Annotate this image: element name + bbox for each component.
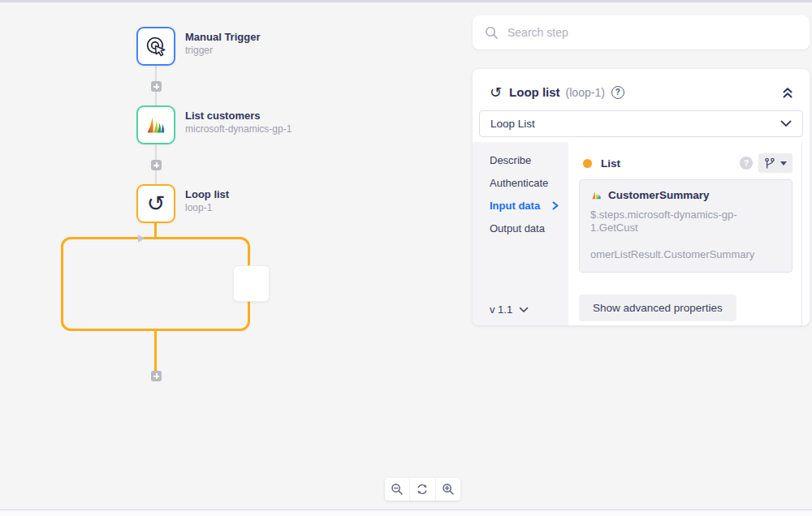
- zoom-out-button[interactable]: [385, 478, 409, 501]
- tab-label: Authenticate: [490, 176, 548, 190]
- chevron-right-icon: [552, 201, 559, 210]
- manual-trigger-icon: [145, 35, 167, 58]
- chevron-down-icon: [780, 120, 792, 127]
- add-step-button[interactable]: [151, 81, 162, 92]
- jsonpath-value-title: CustomerSummary: [608, 189, 710, 201]
- node-title: Loop list: [185, 187, 229, 201]
- window-bottom-border: [0, 510, 812, 516]
- zoom-out-icon: [391, 483, 404, 496]
- field-label: List: [601, 157, 620, 170]
- loop-direction-arrow-icon: [138, 234, 145, 243]
- jsonpath-value-chip[interactable]: CustomerSummary $.steps.microsoft-dynami…: [579, 179, 793, 273]
- tab-describe[interactable]: Describe: [490, 153, 559, 167]
- tab-label: Input data: [490, 199, 540, 213]
- search-input[interactable]: [508, 26, 797, 39]
- tab-label: Describe: [490, 153, 531, 167]
- collapse-panel-button[interactable]: [780, 86, 795, 99]
- node-box[interactable]: [136, 27, 175, 66]
- tab-label: Output data: [490, 221, 545, 235]
- loop-icon: ↺: [490, 85, 502, 100]
- operation-selected-value: Loop List: [490, 118, 535, 130]
- panel-step-id: (loop-1): [566, 86, 605, 99]
- zoom-reset-icon: [416, 483, 429, 496]
- search-icon: [485, 26, 499, 40]
- chevron-down-icon: [519, 307, 529, 313]
- canvas-zoom-toolbar: [385, 478, 460, 501]
- help-icon[interactable]: ?: [611, 86, 624, 99]
- step-properties-panel: ↺ Loop list (loop-1) ? Loop List Describ…: [473, 69, 810, 325]
- version-label: v 1.1: [490, 303, 512, 316]
- jsonpath-line: omerListResult.CustomerSummary: [590, 248, 781, 261]
- node-subtitle: loop-1: [185, 201, 229, 214]
- panel-menu: Describe Authenticate Input data Output …: [473, 142, 568, 325]
- add-step-button[interactable]: [151, 160, 162, 170]
- field-help-icon[interactable]: ?: [740, 157, 753, 170]
- zoom-in-icon: [442, 483, 455, 496]
- field-row-list: List ?: [583, 153, 793, 173]
- node-list-customers[interactable]: List customers microsoft-dynamics-gp-1: [136, 105, 292, 144]
- tab-authenticate[interactable]: Authenticate: [490, 176, 559, 190]
- operation-dropdown[interactable]: Loop List: [479, 110, 803, 137]
- node-title: Manual Trigger: [185, 30, 260, 44]
- node-box[interactable]: [136, 105, 175, 144]
- add-step-button[interactable]: [151, 371, 162, 381]
- zoom-reset-button[interactable]: [409, 478, 434, 501]
- microsoft-dynamics-icon: [144, 113, 168, 137]
- show-advanced-properties-button[interactable]: Show advanced properties: [579, 295, 736, 321]
- loop-connector-line: [154, 329, 157, 373]
- step-search-bar: [473, 15, 810, 49]
- microsoft-dynamics-icon: [590, 189, 603, 201]
- tab-input-data[interactable]: Input data: [490, 199, 559, 213]
- node-title: List customers: [185, 109, 292, 123]
- tab-output-data[interactable]: Output data: [490, 221, 559, 235]
- loop-step-slot[interactable]: [233, 265, 270, 302]
- panel-header: ↺ Loop list (loop-1) ?: [473, 69, 810, 108]
- branch-icon: [764, 157, 775, 169]
- loop-body-outline: [61, 237, 250, 331]
- panel-body: Describe Authenticate Input data Output …: [473, 142, 810, 325]
- node-loop-list[interactable]: ↺ Loop list loop-1: [136, 184, 229, 223]
- required-field-dot: [583, 159, 592, 168]
- input-data-content: List ?: [568, 142, 802, 325]
- node-box[interactable]: ↺: [136, 184, 175, 223]
- node-subtitle: trigger: [185, 44, 260, 57]
- panel-title: Loop list: [509, 85, 560, 99]
- panel-scroll-gutter: [802, 142, 810, 325]
- double-chevron-up-icon: [780, 86, 795, 99]
- jsonpath-line: $.steps.microsoft-dynamics-gp-1.GetCust: [590, 209, 781, 234]
- node-manual-trigger[interactable]: Manual Trigger trigger: [136, 27, 260, 66]
- version-selector[interactable]: v 1.1: [490, 303, 529, 316]
- jsonpath-mode-button[interactable]: [758, 153, 793, 173]
- node-subtitle: microsoft-dynamics-gp-1: [185, 123, 292, 135]
- zoom-in-button[interactable]: [435, 478, 460, 501]
- loop-icon: ↺: [147, 193, 166, 215]
- caret-down-icon: [780, 161, 787, 166]
